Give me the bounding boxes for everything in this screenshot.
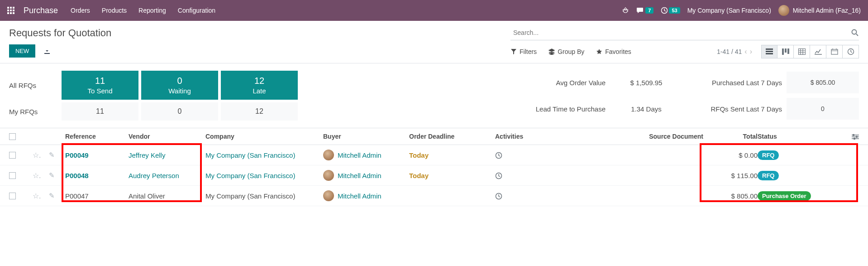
row-checkbox[interactable] [9, 172, 16, 179]
pager-prev-icon[interactable]: ‹ [744, 48, 747, 56]
sent-7d-label: RFQs Sent Last 7 Days [687, 98, 782, 120]
table-row[interactable]: ☆. ✎ P00047 Anital Oliver My Company (Sa… [0, 186, 868, 206]
sent-7d-value[interactable]: 0 [787, 98, 859, 120]
deadline-value: Today [409, 151, 429, 159]
purchased-7d-value[interactable]: $ 805.00 [787, 72, 859, 93]
view-graph-icon[interactable] [810, 45, 826, 58]
reference-link[interactable]: P00047 [65, 192, 89, 200]
activities-icon[interactable]: 53 [661, 7, 680, 14]
my-to-send[interactable]: 11 [62, 102, 138, 121]
svg-rect-6 [785, 48, 787, 53]
th-vendor[interactable]: Vendor [129, 133, 205, 140]
schedule-activity-icon[interactable]: ✎ [49, 171, 55, 179]
row-checkbox[interactable] [9, 193, 16, 199]
stat-waiting[interactable]: 0 Waiting [141, 71, 218, 100]
pager-next-icon[interactable]: › [750, 48, 752, 56]
search-input[interactable] [510, 27, 851, 38]
svg-rect-8 [798, 49, 805, 55]
svg-rect-3 [766, 51, 773, 52]
nav-configuration[interactable]: Configuration [178, 7, 215, 14]
th-buyer[interactable]: Buyer [323, 133, 409, 140]
reference-link[interactable]: P00049 [65, 151, 89, 159]
app-brand[interactable]: Purchase [24, 6, 58, 15]
clock-icon[interactable] [495, 151, 502, 159]
apps-icon[interactable] [7, 7, 15, 14]
view-list-icon[interactable] [761, 45, 777, 58]
user-menu[interactable]: Mitchell Admin (Faz_16) [778, 5, 861, 16]
view-pivot-icon[interactable] [794, 45, 810, 58]
total-value: $ 115.00 [703, 172, 758, 179]
search-icon[interactable] [851, 29, 859, 37]
total-value: $ 0.00 [703, 151, 758, 159]
schedule-activity-icon[interactable]: ✎ [49, 151, 55, 159]
table-row[interactable]: ☆. ✎ P00048 Audrey Peterson My Company (… [0, 165, 868, 186]
my-rfqs-label[interactable]: My RFQs [9, 102, 59, 121]
filter-icon [510, 48, 517, 55]
clock-icon[interactable] [495, 192, 502, 199]
pager-text[interactable]: 1-41 / 41 [717, 48, 742, 55]
th-total[interactable]: Total [703, 133, 758, 140]
svg-rect-2 [766, 48, 773, 50]
th-status[interactable]: Status [758, 133, 839, 140]
view-calendar-icon[interactable] [826, 45, 843, 58]
reference-link[interactable]: P00048 [65, 172, 89, 179]
status-badge: RFQ [758, 171, 779, 180]
column-options-icon[interactable] [839, 133, 859, 140]
stat-to-send[interactable]: 11 To Send [62, 71, 138, 100]
th-activities[interactable]: Activities [495, 133, 568, 140]
th-deadline[interactable]: Order Deadline [409, 133, 495, 140]
stat-late[interactable]: 12 Late [221, 71, 298, 100]
favorite-star-icon[interactable]: ☆. [33, 192, 41, 200]
th-reference[interactable]: Reference [65, 133, 129, 140]
avatar [778, 5, 789, 16]
my-late[interactable]: 12 [221, 102, 298, 121]
view-activity-icon[interactable] [843, 45, 859, 58]
schedule-activity-icon[interactable]: ✎ [49, 192, 55, 199]
new-button[interactable]: NEW [9, 44, 35, 58]
company-switcher[interactable]: My Company (San Francisco) [687, 7, 771, 14]
th-source[interactable]: Source Document [568, 133, 703, 140]
nav-reporting[interactable]: Reporting [138, 7, 166, 14]
company-link[interactable]: My Company (San Francisco) [205, 151, 295, 159]
dashboard: All RFQs 11 To Send 0 Waiting 12 Late My… [0, 63, 868, 128]
bug-icon[interactable] [622, 7, 629, 14]
vendor-link[interactable]: Audrey Peterson [129, 172, 179, 179]
buyer-link[interactable]: Mitchell Admin [338, 172, 382, 179]
download-icon[interactable] [43, 47, 51, 54]
company-link[interactable]: My Company (San Francisco) [205, 192, 295, 200]
row-checkbox[interactable] [9, 152, 16, 159]
my-waiting[interactable]: 0 [141, 102, 218, 121]
rfq-table: Reference Vendor Company Buyer Order Dea… [0, 128, 868, 206]
buyer-avatar [323, 190, 334, 201]
messages-icon[interactable]: 7 [636, 7, 653, 14]
star-icon [596, 48, 602, 55]
buyer-link[interactable]: Mitchell Admin [338, 151, 382, 159]
favorites-menu[interactable]: Favorites [596, 48, 631, 55]
nav-orders[interactable]: Orders [71, 7, 90, 14]
view-kanban-icon[interactable] [777, 45, 794, 58]
favorite-star-icon[interactable]: ☆. [33, 172, 41, 179]
activities-count: 53 [669, 7, 680, 14]
clock-icon[interactable] [495, 171, 502, 179]
vendor-link[interactable]: Anital Oliver [129, 192, 165, 200]
favorite-star-icon[interactable]: ☆. [33, 151, 41, 159]
table-header: Reference Vendor Company Buyer Order Dea… [0, 128, 868, 145]
table-row[interactable]: ☆. ✎ P00049 Jeffrey Kelly My Company (Sa… [0, 145, 868, 165]
top-nav: Purchase Orders Products Reporting Confi… [0, 0, 868, 21]
pager: 1-41 / 41 ‹ › [717, 48, 752, 56]
buyer-avatar [323, 150, 334, 160]
vendor-link[interactable]: Jeffrey Kelly [129, 151, 165, 159]
select-all-checkbox[interactable] [9, 133, 16, 140]
purchased-7d-label: Purchased Last 7 Days [687, 72, 782, 93]
groupby-menu[interactable]: Group By [548, 48, 584, 55]
lead-time-value: 1.34 Days [610, 98, 682, 120]
buyer-link[interactable]: Mitchell Admin [338, 192, 382, 200]
company-link[interactable]: My Company (San Francisco) [205, 172, 295, 179]
status-badge: Purchase Order [758, 191, 811, 201]
lead-time-label: Lead Time to Purchase [520, 98, 606, 120]
buyer-avatar [323, 170, 334, 181]
nav-products[interactable]: Products [102, 7, 127, 14]
all-rfqs-label[interactable]: All RFQs [9, 71, 59, 100]
filters-menu[interactable]: Filters [510, 48, 537, 55]
th-company[interactable]: Company [205, 133, 323, 140]
